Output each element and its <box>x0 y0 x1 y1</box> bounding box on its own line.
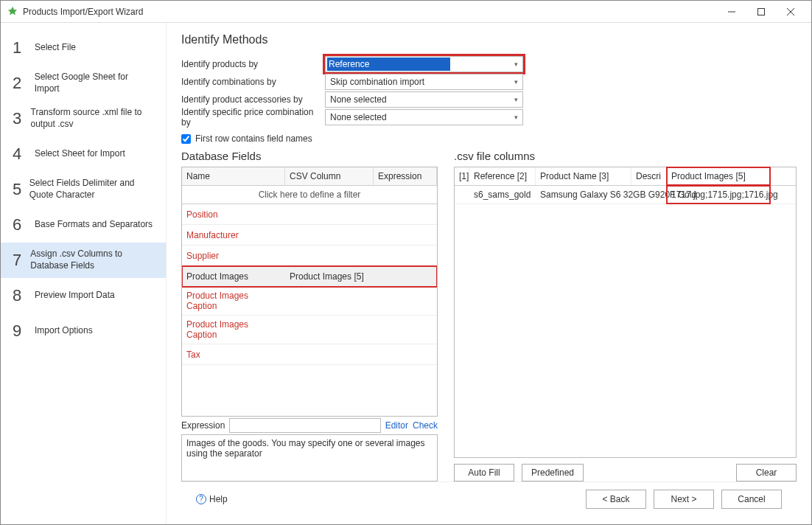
first-row-label: First row contains field names <box>195 133 312 144</box>
steps-sidebar: 1Select File2Select Google Sheet for Imp… <box>1 23 167 524</box>
identify-select[interactable]: Skip combination import▾ <box>325 74 523 90</box>
next-button[interactable]: Next > <box>654 490 714 509</box>
step-num: 8 <box>13 286 32 305</box>
csv-cell: s6_sams_gold <box>469 186 536 204</box>
csv-header: [1]Reference [2]Product Name [3]DescriPr… <box>455 167 796 186</box>
dbfield-row[interactable]: Manufacturer <box>182 225 437 246</box>
dbfield-row[interactable]: Product Images Caption <box>182 287 437 316</box>
step-label: Select File <box>32 42 76 54</box>
dbfield-name: Product Images Caption <box>182 287 285 315</box>
minimize-button[interactable] <box>717 1 746 22</box>
titlebar: Products Import/Export Wizard <box>1 1 811 23</box>
dbfields-header: Name CSV Column Expression <box>182 167 437 186</box>
step-label: Select Google Sheet for Import <box>32 72 154 94</box>
step-num: 3 <box>13 109 28 128</box>
dbfield-exp <box>388 252 437 260</box>
step-num: 2 <box>13 74 32 93</box>
step-9[interactable]: 9Import Options <box>1 313 166 349</box>
step-num: 7 <box>13 251 27 270</box>
csv-col-header[interactable]: Descri <box>631 167 667 185</box>
identify-label: Identify products by <box>181 59 325 69</box>
help-icon: ? <box>196 494 206 504</box>
check-link[interactable]: Check <box>413 420 438 431</box>
dbfield-row[interactable]: Tax <box>182 344 437 365</box>
expression-label: Expression <box>181 420 225 431</box>
help-link[interactable]: ? Help <box>196 494 228 504</box>
svg-rect-0 <box>758 8 765 15</box>
csv-columns-panel: .csv file columns [1]Reference [2]Produc… <box>454 150 797 481</box>
dbfield-row[interactable]: Product Images Caption <box>182 316 437 344</box>
step-8[interactable]: 8Preview Import Data <box>1 278 166 313</box>
col-name[interactable]: Name <box>182 167 285 185</box>
step-4[interactable]: 4Select Sheet for Import <box>1 136 166 172</box>
dbfield-row[interactable]: Product ImagesProduct Images [5] <box>182 266 437 287</box>
dbfield-row[interactable]: Position <box>182 204 437 225</box>
footer: ? Help < Back Next > Cancel <box>181 481 797 515</box>
csv-col-header[interactable]: Product Name [3] <box>536 167 631 185</box>
dbfield-exp <box>388 211 437 218</box>
identify-label: Identify combinations by <box>181 77 325 87</box>
help-label: Help <box>209 494 228 504</box>
cancel-button[interactable]: Cancel <box>721 490 782 509</box>
autofill-button[interactable]: Auto Fill <box>454 464 514 481</box>
identify-form: Identify products byReference▾Identify c… <box>181 55 797 126</box>
first-row-checkbox-input[interactable] <box>181 134 191 144</box>
chevron-down-icon: ▾ <box>514 96 518 103</box>
chevron-down-icon: ▾ <box>514 78 518 86</box>
close-button[interactable] <box>776 1 805 22</box>
step-label: Transform source .xml file to output .cs… <box>28 107 154 130</box>
filter-row[interactable]: Click here to define a filter <box>182 186 437 204</box>
step-label: Import Options <box>32 325 93 337</box>
csv-col-header[interactable]: Reference [2] <box>469 167 536 185</box>
step-7[interactable]: 7Assign .csv Columns to Database Fields <box>1 243 166 278</box>
dbfields-grid: Name CSV Column Expression Click here to… <box>181 167 438 417</box>
identify-select[interactable]: None selected▾ <box>325 109 523 125</box>
step-label: Select Fields Delimiter and Quote Charac… <box>27 178 154 201</box>
chevron-down-icon: ▾ <box>514 60 518 68</box>
step-num: 9 <box>13 321 32 341</box>
dbfield-csv <box>285 252 388 260</box>
step-5[interactable]: 5Select Fields Delimiter and Quote Chara… <box>1 172 166 207</box>
dbfield-name: Manufacturer <box>182 226 285 244</box>
chevron-down-icon: ▾ <box>514 114 518 121</box>
dbfield-csv <box>285 351 388 358</box>
col-csv[interactable]: CSV Column <box>285 167 374 185</box>
back-button[interactable]: < Back <box>586 490 646 509</box>
identify-select[interactable]: None selected▾ <box>325 91 523 108</box>
clear-button[interactable]: Clear <box>736 464 797 481</box>
dbfield-csv <box>285 326 388 333</box>
step-label: Assign .csv Columns to Database Fields <box>27 248 154 271</box>
maximize-button[interactable] <box>746 1 776 22</box>
dbfields-heading: Database Fields <box>181 150 438 162</box>
col-expression[interactable]: Expression <box>374 167 437 185</box>
identify-label: Identify product accessories by <box>181 94 325 105</box>
csv-body: s6_sams_goldSamsung Galaxy S6 32GB G920F… <box>455 186 796 457</box>
expression-row: Expression Editor Check <box>181 418 438 433</box>
editor-link[interactable]: Editor <box>385 420 408 431</box>
identify-heading: Identify Methods <box>181 33 797 46</box>
step-3[interactable]: 3Transform source .xml file to output .c… <box>1 101 166 136</box>
step-2[interactable]: 2Select Google Sheet for Import <box>1 66 166 101</box>
csv-data-row[interactable]: s6_sams_goldSamsung Galaxy S6 32GB G920F… <box>455 186 796 204</box>
dbfield-csv <box>285 232 388 239</box>
first-row-checkbox[interactable]: First row contains field names <box>181 133 797 144</box>
dbfield-exp <box>388 232 437 239</box>
dbfield-name: Product Images Caption <box>182 316 285 344</box>
csv-buttons: Auto Fill Predefined Clear <box>454 464 797 481</box>
dbfield-row[interactable]: Supplier <box>182 246 437 266</box>
dbfield-csv <box>285 297 388 305</box>
expression-input[interactable] <box>229 418 380 433</box>
csv-col-header[interactable]: Product Images [5] <box>667 167 770 185</box>
identify-select[interactable]: Reference▾ <box>325 56 523 72</box>
dbfields-body: PositionManufacturerSupplierProduct Imag… <box>182 204 437 416</box>
csv-heading: .csv file columns <box>454 150 797 162</box>
step-num: 4 <box>13 145 32 164</box>
csv-col-header[interactable]: [1] <box>455 167 469 185</box>
predefined-button[interactable]: Predefined <box>522 464 584 481</box>
dbfield-exp <box>388 297 437 305</box>
dbfield-exp <box>388 273 437 280</box>
step-1[interactable]: 1Select File <box>1 30 166 66</box>
step-6[interactable]: 6Base Formats and Separators <box>1 207 166 243</box>
window-title: Products Import/Export Wizard <box>23 7 717 17</box>
field-description: Images of the goods. You may specify one… <box>181 434 438 481</box>
